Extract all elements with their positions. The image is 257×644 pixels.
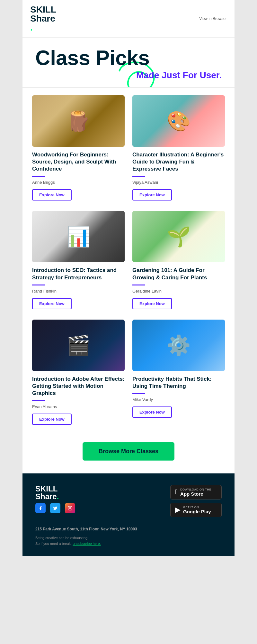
email-header: SKILL Share. View in Browser: [22, 0, 235, 38]
logo: SKILL Share.: [30, 5, 56, 32]
course-title-woodworking: Woodworking For Beginners: Source, Desig…: [32, 151, 125, 173]
course-thumbnail-woodworking: [32, 95, 125, 147]
course-image-woodworking: [32, 95, 125, 147]
browse-section: Browse More Classes: [22, 433, 235, 473]
google-play-button[interactable]: ▶ GET IT ON Google Play: [170, 503, 222, 517]
footer-logo-line1: SKILL: [35, 484, 58, 493]
course-title-character: Character Illustration: A Beginner's Gui…: [132, 151, 225, 173]
app-buttons:  Download on the App Store ▶ GET IT ON …: [170, 485, 222, 517]
course-image-productivity: [132, 320, 225, 371]
explore-button-seo[interactable]: Explore Now: [32, 298, 72, 309]
course-image-seo: [32, 211, 125, 262]
facebook-icon[interactable]: [35, 503, 46, 513]
course-image-character: [132, 95, 225, 147]
card-divider-gardening: [132, 285, 145, 285]
app-store-button[interactable]:  Download on the App Store: [170, 485, 222, 499]
explore-button-woodworking[interactable]: Explore Now: [32, 189, 72, 201]
app-store-text: Download on the App Store: [180, 488, 211, 497]
explore-button-character[interactable]: Explore Now: [132, 189, 172, 201]
twitter-icon[interactable]: [50, 503, 60, 513]
svg-rect-0: [68, 506, 72, 510]
footer-logo-line2: Share.: [35, 492, 59, 501]
google-play-text: GET IT ON Google Play: [183, 506, 211, 514]
course-card-woodworking: Woodworking For Beginners: Source, Desig…: [32, 95, 125, 201]
courses-section: Woodworking For Beginners: Source, Desig…: [22, 88, 235, 433]
card-divider-woodworking: [32, 176, 45, 177]
logo-line1: SKILL: [30, 5, 56, 14]
course-thumbnail-aftereffects: [32, 320, 125, 371]
footer-left: SKILL Share.: [35, 485, 75, 519]
course-card-character: Character Illustration: A Beginner's Gui…: [132, 95, 225, 201]
unsubscribe-link[interactable]: unsubscribe here.: [73, 542, 101, 546]
course-author-character: Vijaya Aswani: [132, 180, 225, 185]
explore-button-gardening[interactable]: Explore Now: [132, 298, 172, 309]
hero-section: Class Picks Made Just For User.: [22, 38, 235, 87]
course-card-seo: Introduction to SEO: Tactics and Strateg…: [32, 211, 125, 309]
google-play-icon: ▶: [175, 506, 181, 514]
course-author-gardening: Geraldine Lavin: [132, 289, 225, 294]
card-divider-character: [132, 176, 145, 177]
logo-line2: Share.: [30, 14, 56, 32]
explore-button-productivity[interactable]: Explore Now: [132, 406, 172, 418]
hero-subtitle: Made Just For User.: [35, 70, 222, 80]
footer-logo: SKILL Share.: [35, 485, 75, 500]
card-divider-productivity: [132, 393, 145, 394]
course-title-gardening: Gardening 101: A Guide For Growing & Car…: [132, 267, 225, 281]
course-title-seo: Introduction to SEO: Tactics and Strateg…: [32, 267, 125, 281]
course-thumbnail-gardening: [132, 211, 225, 262]
course-card-productivity: Productivity Habits That Stick: Using Ti…: [132, 320, 225, 425]
course-image-gardening: [132, 211, 225, 262]
view-browser-link[interactable]: View in Browser: [199, 16, 227, 21]
course-author-woodworking: Anne Briggs: [32, 180, 125, 185]
course-thumbnail-productivity: [132, 320, 225, 371]
course-thumbnail-character: [132, 95, 225, 147]
course-author-productivity: Mike Vardy: [132, 397, 225, 402]
footer-top: SKILL Share.: [35, 485, 222, 519]
course-title-aftereffects: Introduction to Adobe After Effects: Get…: [32, 376, 125, 397]
footer: SKILL Share.: [22, 473, 235, 556]
courses-grid: Woodworking For Beginners: Source, Desig…: [32, 95, 225, 425]
course-image-aftereffects: [32, 320, 125, 371]
browse-more-button[interactable]: Browse More Classes: [83, 442, 174, 461]
apple-icon: : [175, 488, 178, 496]
course-author-seo: Rand Fishkin: [32, 289, 125, 294]
course-title-productivity: Productivity Habits That Stick: Using Ti…: [132, 376, 225, 390]
instagram-icon[interactable]: [65, 503, 75, 513]
card-divider-seo: [32, 285, 45, 285]
course-card-aftereffects: Introduction to Adobe After Effects: Get…: [32, 320, 125, 425]
course-thumbnail-seo: [32, 211, 125, 262]
course-card-gardening: Gardening 101: A Guide For Growing & Car…: [132, 211, 225, 309]
hero-title: Class Picks: [35, 47, 222, 69]
footer-tagline: Being creative can be exhausting. So if …: [35, 535, 222, 546]
footer-address: 215 Park Avenue South, 11th Floor, New Y…: [35, 527, 222, 531]
explore-button-aftereffects[interactable]: Explore Now: [32, 414, 72, 425]
card-divider-aftereffects: [32, 400, 45, 401]
social-icons: [35, 503, 75, 513]
course-author-aftereffects: Evan Abrams: [32, 404, 125, 409]
